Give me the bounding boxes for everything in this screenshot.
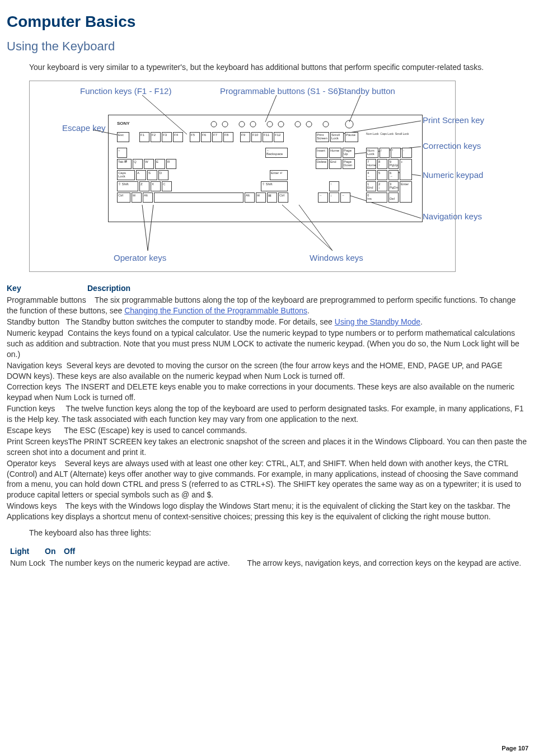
row-correction: Correction keys The INSERT and DELETE ke… — [7, 382, 527, 403]
col-off: Off — [64, 546, 75, 557]
label-correction-keys: Correction keys — [423, 140, 481, 152]
row-navigation: Navigation keys Several keys are devoted… — [7, 360, 527, 382]
row-standby: Standby button The Standby button switch… — [7, 317, 527, 327]
svg-line-9 — [148, 205, 153, 251]
svg-point-19 — [306, 121, 312, 127]
row-escape: Escape keys The ESC (Escape) key is used… — [7, 425, 527, 436]
svg-line-0 — [142, 95, 187, 134]
col-light: Light — [10, 546, 37, 557]
label-windows-keys: Windows keys — [310, 252, 363, 264]
col-on: On — [45, 546, 56, 557]
label-numeric-keypad: Numeric keypad — [423, 170, 483, 181]
label-escape-key: Escape key — [62, 123, 106, 134]
label-print-screen: Print Screen key — [423, 115, 484, 126]
brand-sony: SONY — [117, 121, 130, 127]
row-programmable: Programmable buttons The six programmabl… — [7, 295, 527, 316]
col-description: Description — [87, 283, 130, 294]
page-title: Computer Basics — [7, 11, 527, 32]
keyboard-diagram: Function keys (F1 - F12) Programmable bu… — [29, 81, 456, 272]
intro-paragraph: Your keyboard is very similar to a typew… — [29, 62, 527, 73]
row-windows: Windows keys The keys with the Windows l… — [7, 501, 527, 522]
svg-point-21 — [345, 120, 353, 128]
link-change-prog-buttons[interactable]: Changing the Function of the Programmabl… — [124, 306, 307, 315]
col-key: Key — [7, 283, 79, 294]
label-operator-keys: Operator keys — [114, 252, 166, 264]
svg-point-15 — [250, 121, 256, 127]
lights-intro: The keyboard also has three lights: — [29, 528, 527, 538]
label-function-keys: Function keys (F1 - F12) — [80, 86, 171, 97]
label-programmable-buttons: Programmable buttons (S1 - S6) — [220, 86, 341, 97]
led-labels: Num Lock Caps Lock Scroll Lock — [366, 132, 409, 136]
row-printscreen: Print Screen keysThe PRINT SCREEN key ta… — [7, 436, 527, 458]
svg-point-13 — [222, 121, 228, 127]
section-heading: Using the Keyboard — [7, 38, 527, 55]
svg-point-18 — [295, 121, 301, 127]
row-function: Function keys The twelve function keys a… — [7, 403, 527, 425]
key-table-header: Key Description — [7, 283, 527, 294]
svg-line-10 — [282, 205, 332, 251]
svg-point-14 — [239, 121, 245, 127]
row-numlock-light: Num Lock The number keys on the numeric … — [10, 558, 527, 569]
row-operator: Operator keys Several keys are always us… — [7, 458, 527, 501]
svg-line-1 — [265, 95, 277, 122]
svg-line-11 — [299, 205, 332, 251]
svg-point-20 — [323, 121, 329, 127]
svg-line-2 — [349, 95, 360, 122]
svg-point-12 — [211, 121, 217, 127]
keyboard-outline: SONY Esc F1 F2 F3 F4 F5 F6 F7 F8 F9 F10 … — [108, 115, 423, 222]
svg-line-8 — [142, 205, 148, 251]
label-standby-button: Standby button — [339, 86, 395, 97]
svg-point-16 — [267, 121, 273, 127]
lights-table-header: Light On Off — [10, 546, 527, 557]
link-standby-mode[interactable]: Using the Standby Mode — [335, 317, 420, 326]
row-numeric: Numeric keypad Contains the keys found o… — [7, 328, 527, 360]
svg-point-17 — [278, 121, 284, 127]
label-navigation-keys: Navigation keys — [423, 211, 482, 222]
